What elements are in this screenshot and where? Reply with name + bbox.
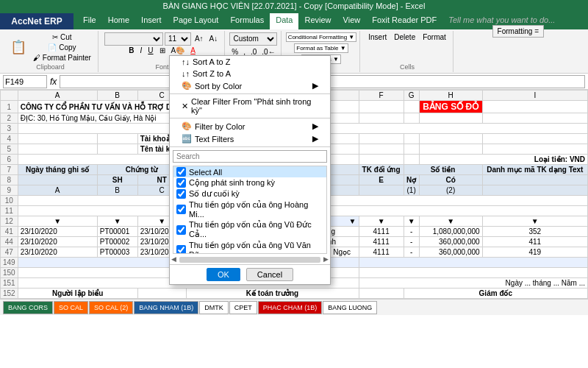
format-button[interactable]: Format bbox=[420, 32, 448, 42]
col-header-f: F bbox=[359, 91, 404, 101]
sheet-tab-so-cal-2[interactable]: SO CAL (2) bbox=[89, 301, 133, 314]
col-header-h: H bbox=[419, 91, 482, 101]
checkbox-so-du-cuoi-ky[interactable] bbox=[176, 189, 186, 199]
title-text: BÀN GIANG HỌC VIÊN [22.07.2021] - Copy [… bbox=[163, 1, 426, 10]
clipboard-label: Clipboard bbox=[36, 63, 65, 71]
sort-za-icon: ↓↑ bbox=[182, 69, 190, 78]
font-family-select[interactable] bbox=[104, 32, 163, 46]
logo-text: AccNet ERP bbox=[11, 16, 62, 26]
sheet-tab-dmtk[interactable]: DMTK bbox=[199, 301, 229, 314]
filter-color-arrow: ▶ bbox=[312, 121, 318, 131]
checklist: Select All Cộng phát sinh trong kỳ Số dư… bbox=[173, 166, 327, 254]
checkbox-thu-tien-vu-van-dung[interactable] bbox=[176, 245, 186, 254]
copy-button[interactable]: 📄 Copy bbox=[31, 43, 93, 52]
dropdown-footer: OK Cancel bbox=[170, 264, 330, 284]
sheet-tab-bang-cors[interactable]: BANG CORS bbox=[3, 301, 53, 314]
italic-button[interactable]: I bbox=[138, 46, 145, 55]
checkbox-select-all[interactable] bbox=[176, 167, 186, 177]
search-input[interactable] bbox=[173, 150, 327, 163]
filter-color-icon: 🎨 bbox=[182, 121, 192, 131]
format-as-table-button[interactable]: Format as Table ▼ bbox=[294, 43, 348, 53]
font-color-button[interactable]: A bbox=[188, 46, 198, 55]
submenu-arrow: ▶ bbox=[312, 81, 318, 91]
col-header-a: A bbox=[18, 91, 97, 101]
filter-dropdown: ↑↓ Sort A to Z ↓↑ Sort Z to A 🎨 Sort by … bbox=[169, 55, 331, 285]
formula-fx: fx bbox=[50, 77, 57, 87]
increase-font-button[interactable]: A↑ bbox=[193, 34, 206, 43]
sort-by-color[interactable]: 🎨 Sort by Color ▶ bbox=[170, 79, 330, 92]
logo-area: AccNet ERP bbox=[0, 13, 74, 29]
tab-home[interactable]: Home bbox=[102, 13, 135, 29]
format-painter-button[interactable]: 🖌 Format Painter bbox=[31, 53, 93, 63]
checkbox-cong-phat-sinh[interactable] bbox=[176, 178, 186, 188]
sheet-tab-bang-nham[interactable]: BANG NHAM (1B) bbox=[134, 301, 198, 314]
clipboard-group: 📋 ✂ Cut 📄 Copy 🖌 Format Painter Clipboar… bbox=[3, 31, 98, 72]
row-num-header bbox=[1, 91, 18, 101]
check-thu-tien-vu-van-dung[interactable]: Thu tiền góp vốn của ông Vũ Văn Dũ... bbox=[173, 240, 326, 254]
sheet-tab-cpet[interactable]: CPET bbox=[229, 301, 257, 314]
border-button[interactable]: ⊞ bbox=[157, 46, 168, 55]
col-header-b: B bbox=[97, 91, 137, 101]
text-filter-arrow: ▶ bbox=[312, 134, 318, 144]
search-area bbox=[173, 150, 327, 163]
checkbox-thu-tien-duc-canh[interactable] bbox=[176, 225, 186, 235]
font-size-select[interactable]: 11 bbox=[165, 32, 191, 46]
tab-data[interactable]: Data bbox=[270, 13, 298, 29]
format-indicator: Formatting = bbox=[492, 25, 544, 38]
text-filter-icon: 🔤 bbox=[182, 134, 192, 144]
paste-button[interactable]: 📋 bbox=[7, 39, 29, 55]
font-label: Font bbox=[156, 63, 169, 71]
bang-so-do-cell: BẢNG SỐ ĐỎ bbox=[419, 101, 482, 113]
col-header-g: G bbox=[404, 91, 419, 101]
tab-insert[interactable]: Insert bbox=[135, 13, 168, 29]
sort-color-icon: 🎨 bbox=[182, 81, 192, 91]
fill-color-button[interactable]: A🎨 bbox=[169, 46, 187, 55]
sort-a-to-z[interactable]: ↑↓ Sort A to Z bbox=[170, 56, 330, 68]
col-header-i: I bbox=[482, 91, 587, 101]
check-so-du-cuoi-ky[interactable]: Số dư cuối kỳ bbox=[173, 188, 326, 199]
title-bar: BÀN GIANG HỌC VIÊN [22.07.2021] - Copy [… bbox=[0, 0, 588, 13]
tab-formulas[interactable]: Formulas bbox=[224, 13, 270, 29]
tab-file[interactable]: File bbox=[77, 13, 102, 29]
sheet-tab-so-cal[interactable]: SO CAL bbox=[54, 301, 88, 314]
checkbox-thu-tien-hoang[interactable] bbox=[176, 205, 186, 214]
insert-button[interactable]: Insert bbox=[366, 32, 389, 42]
sheet-tabs: BANG CORS SO CAL SO CAL (2) BANG NHAM (1… bbox=[0, 299, 588, 315]
underline-button[interactable]: U bbox=[146, 46, 155, 55]
delete-button[interactable]: Delete bbox=[392, 32, 417, 42]
sheet-tab-phac-cham[interactable]: PHAC CHAM (1B) bbox=[258, 301, 323, 314]
text-filters[interactable]: 🔤 Text Filters ▶ bbox=[170, 132, 330, 145]
sort-az-icon: ↑↓ bbox=[182, 57, 190, 66]
tab-view[interactable]: View bbox=[337, 13, 367, 29]
clear-icon: ✕ bbox=[182, 102, 188, 111]
bold-button[interactable]: B bbox=[126, 46, 136, 55]
clear-filter[interactable]: ✕ Clear Filter From "Phát sinh trong kỳ" bbox=[170, 96, 330, 116]
decrease-font-button[interactable]: A↓ bbox=[207, 34, 220, 43]
cells-label: Cells bbox=[400, 63, 415, 71]
sort-z-to-a[interactable]: ↓↑ Sort Z to A bbox=[170, 68, 330, 79]
cells-group: Insert Delete Format Cells bbox=[362, 31, 453, 72]
sheet-tab-bang-luong[interactable]: BANG LUONG bbox=[323, 301, 377, 314]
check-thu-tien-duc-canh[interactable]: Thu tiền góp vốn của ông Vũ Đức Cả... bbox=[173, 219, 326, 240]
filter-by-color[interactable]: 🎨 Filter by Color ▶ bbox=[170, 120, 330, 132]
check-thu-tien-hoang[interactable]: Thu tiền góp vốn của ông Hoàng Mi... bbox=[173, 199, 326, 219]
tab-page-layout[interactable]: Page Layout bbox=[168, 13, 225, 29]
name-box[interactable] bbox=[3, 75, 47, 88]
check-select-all[interactable]: Select All bbox=[173, 166, 326, 177]
check-cong-phat-sinh[interactable]: Cộng phát sinh trong kỳ bbox=[173, 177, 326, 188]
row-num: 1 bbox=[1, 101, 18, 113]
tab-review[interactable]: Review bbox=[298, 13, 337, 29]
number-format-select[interactable]: Custom General Number Currency bbox=[229, 32, 277, 46]
tab-foxit[interactable]: Foxit Reader PDF bbox=[366, 13, 442, 29]
ok-button[interactable]: OK bbox=[207, 268, 240, 281]
cut-button[interactable]: ✂ Cut bbox=[31, 32, 93, 42]
conditional-formatting-button[interactable]: Conditional Formatting ▼ bbox=[286, 32, 357, 42]
cancel-button[interactable]: Cancel bbox=[246, 268, 293, 281]
table-row: 152 Người lập biểu Kế toán trưởng Giám đ… bbox=[1, 289, 588, 299]
